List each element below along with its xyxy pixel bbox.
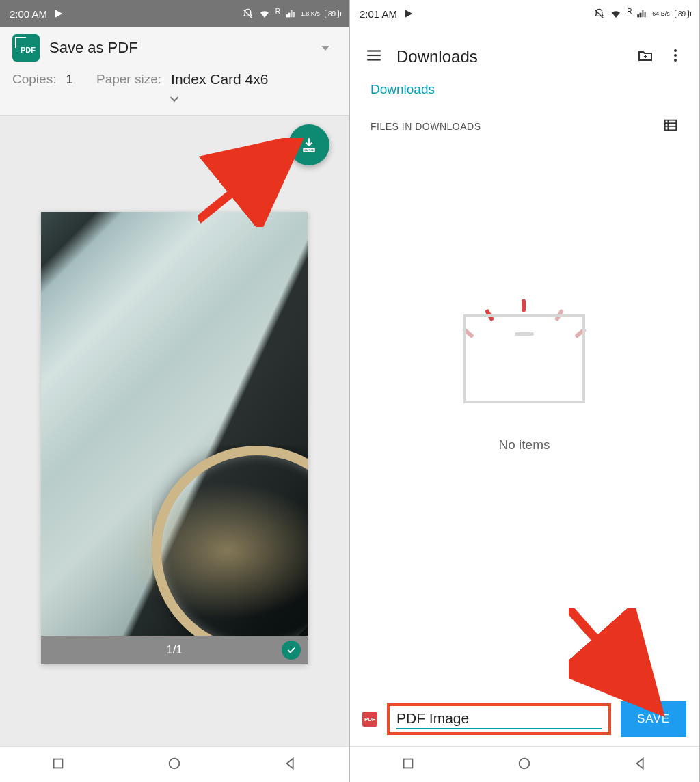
network-label: R [275, 8, 280, 15]
list-view-icon[interactable] [663, 118, 678, 135]
preview-page[interactable]: 1/1 [41, 212, 308, 664]
downloads-header: Downloads [350, 27, 699, 79]
system-nav-bar [350, 746, 699, 782]
paper-size-value[interactable]: Index Card 4x6 [171, 71, 268, 87]
copies-value[interactable]: 1 [66, 72, 73, 87]
menu-icon[interactable] [365, 46, 383, 67]
svg-point-3 [170, 758, 180, 768]
wifi-icon [610, 8, 622, 20]
phone-left-print-screen: 2:00 AM R 1.8 K/s 89 PDF Save as PDF Cop… [0, 0, 350, 782]
home-button[interactable] [517, 756, 532, 774]
annotation-arrow [569, 608, 671, 720]
pdf-icon: PDF [12, 34, 40, 62]
system-nav-bar [0, 746, 349, 782]
network-label: R [627, 8, 632, 15]
svg-rect-12 [665, 120, 677, 131]
annotation-arrow [198, 138, 308, 230]
status-time: 2:00 AM [10, 8, 47, 20]
destination-selector[interactable]: PDF Save as PDF [12, 34, 336, 62]
dropdown-caret-icon [321, 46, 329, 51]
back-button[interactable] [283, 756, 298, 774]
svg-line-16 [569, 608, 647, 697]
back-button[interactable] [633, 756, 648, 774]
pdf-icon: PDF [362, 712, 377, 727]
net-rate: 1.8 K/s [301, 11, 320, 17]
svg-point-11 [674, 59, 677, 62]
status-bar: 2:00 AM R 1.8 K/s 89 [0, 0, 349, 27]
paper-size-label: Paper size: [96, 72, 161, 87]
home-button[interactable] [167, 756, 182, 774]
print-options-panel: PDF Save as PDF Copies: 1 Paper size: In… [0, 27, 349, 116]
empty-box-illustration [463, 301, 586, 403]
page-counter: 1/1 [166, 643, 183, 657]
destination-label: Save as PDF [49, 39, 312, 57]
expand-options-button[interactable] [12, 87, 336, 112]
page-selected-check-icon[interactable] [282, 641, 301, 660]
play-store-icon [54, 9, 64, 18]
svg-line-1 [198, 148, 287, 220]
recent-apps-button[interactable] [51, 756, 66, 774]
mute-icon [242, 8, 254, 20]
mute-icon [593, 8, 605, 20]
play-store-icon [404, 9, 414, 18]
page-title: Downloads [396, 47, 623, 66]
svg-point-10 [674, 54, 677, 57]
recent-apps-button[interactable] [401, 756, 416, 774]
status-bar: 2:01 AM R 64 B/s 89 [350, 0, 699, 27]
section-label: FILES IN DOWNLOADS [371, 121, 481, 132]
preview-image [41, 212, 308, 636]
svg-rect-2 [54, 759, 63, 768]
svg-point-9 [674, 49, 677, 52]
wifi-icon [258, 8, 271, 20]
page-counter-bar: 1/1 [41, 636, 308, 664]
svg-rect-17 [404, 759, 413, 768]
status-time: 2:01 AM [360, 8, 397, 20]
net-rate: 64 B/s [652, 11, 670, 17]
new-folder-icon[interactable] [637, 47, 654, 66]
breadcrumb-downloads[interactable]: Downloads [350, 79, 699, 107]
no-items-text: No items [499, 437, 550, 453]
phone-right-downloads-screen: 2:01 AM R 64 B/s 89 Downloads Downloads … [350, 0, 700, 782]
copies-label: Copies: [12, 72, 56, 87]
svg-point-18 [520, 758, 530, 768]
signal-icon [636, 8, 647, 19]
battery-icon: 89 [325, 10, 339, 18]
signal-icon [285, 8, 296, 19]
more-options-icon[interactable] [667, 47, 684, 66]
battery-icon: 89 [675, 10, 689, 18]
